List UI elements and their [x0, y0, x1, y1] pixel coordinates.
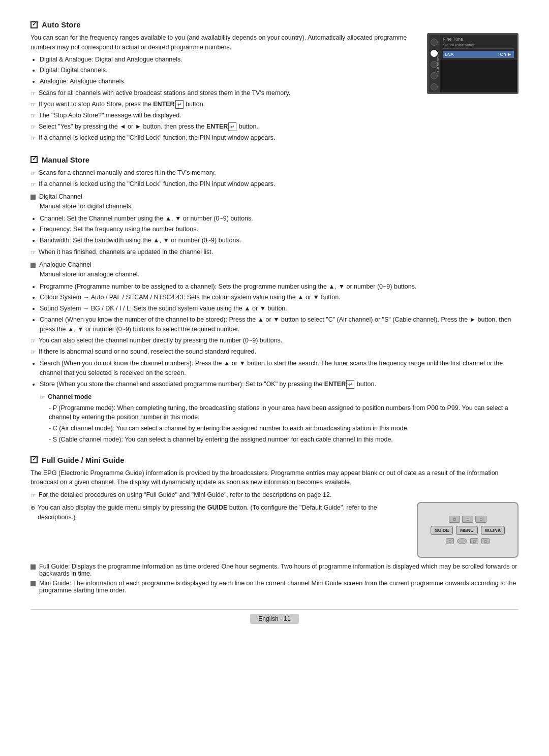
sub-note-text: You can also display the guide menu simp… — [38, 503, 409, 522]
guide-note-text: ⊕ You can also display the guide menu si… — [30, 502, 409, 523]
channel-mode-note: ☞ Channel mode — [40, 392, 518, 402]
note-text-4: If a channel is locked using the "Child … — [39, 133, 275, 143]
list-item: Colour System → Auto / PAL / SECAM / NTS… — [40, 293, 518, 302]
list-item: Store (When you store the channel and as… — [40, 380, 518, 389]
channel-mode-item-2: - S (Cable channel mode): You can select… — [49, 435, 518, 445]
channel-mode-item-1: - C (Air channel mode): You can select a… — [49, 424, 518, 433]
square-bullet-icon-3 — [30, 564, 36, 570]
list-item: Bandwidth: Set the bandwidth using the ▲… — [40, 236, 518, 245]
mini-guide-text: Mini Guide: The information of each prog… — [39, 580, 518, 594]
remote-circle-btn — [457, 538, 467, 544]
tv-lna-value: : On ► — [498, 52, 512, 57]
tv-channel-label: Channel — [436, 55, 440, 72]
full-guide-text: Full Guide: Displays the programme infor… — [39, 563, 518, 577]
footer-label: English - 11 — [250, 614, 298, 624]
digital-channel-title: Digital Channel — [30, 193, 518, 200]
note-icon-0: ☞ — [30, 89, 36, 98]
analogue-channel-bullets: Programme (Programme number to be assign… — [40, 282, 518, 334]
note-text-1: If you want to stop Auto Store, press th… — [39, 100, 205, 109]
auto-store-title: Auto Store — [30, 20, 518, 29]
note-icon-5: ☞ — [30, 169, 36, 178]
list-item: Channel: Set the Channel number using th… — [40, 214, 518, 224]
mini-guide-bullet: Mini Guide: The information of each prog… — [30, 580, 518, 594]
enter-icon: ↵ — [175, 100, 184, 109]
auto-store-note-1: ☞ If you want to stop Auto Store, press … — [30, 100, 417, 109]
channel-mode-label: Channel mode — [48, 392, 92, 402]
auto-store-section: Auto Store You can scan for the frequenc… — [30, 20, 518, 144]
guide-bullets: Full Guide: Displays the programme infor… — [30, 563, 518, 594]
tv-lna-label: LNA — [445, 52, 454, 57]
auto-store-note-3: ☞ Select "Yes" by pressing the ◄ or ► bu… — [30, 122, 417, 132]
tv-screen: Fine Tune Signal Information LNA : On ► … — [427, 33, 518, 94]
remote-small-btn-1: □ — [449, 516, 460, 523]
list-item: Channel (When you know the number of the… — [40, 315, 518, 334]
page-footer: English - 11 — [30, 609, 518, 624]
note-icon-6: ☞ — [30, 180, 36, 189]
tv-sidebar-icon-0 — [431, 39, 438, 46]
channel-mode-items: - P (Programme mode): When completing tu… — [49, 403, 518, 445]
digital-channel-bullets: Channel: Set the Channel number using th… — [40, 214, 518, 245]
checkbox-icon — [30, 21, 38, 28]
note-text-0: Scans for all channels with active broad… — [39, 88, 290, 98]
full-mini-guide-intro: The EPG (Electronic Programme Guide) inf… — [30, 468, 518, 488]
remote-small-btn-5: □ — [470, 538, 478, 544]
guide-note-row: ⊕ You can also display the guide menu si… — [30, 502, 518, 558]
remote-small-btn-6: □ — [481, 538, 490, 544]
sub-note-icon: ⊕ — [30, 503, 35, 512]
remote-bottom-row: □ □ □ — [446, 538, 490, 544]
full-mini-guide-note-0: ☞ For the detailed procedures on using "… — [30, 490, 518, 500]
list-item: Search (When you do not know the channel… — [40, 359, 518, 378]
note-icon-8: ☞ — [30, 336, 36, 345]
auto-store-content: You can scan for the frequency ranges av… — [30, 33, 518, 144]
note-text-11: For the detailed procedures on using "Fu… — [39, 490, 331, 500]
analogue-channel-title: Analogue Channel — [30, 261, 518, 268]
square-bullet-icon-4 — [30, 581, 36, 586]
remote-wlink-btn: W.LINK — [481, 526, 505, 535]
tv-sidebar-icon-3 — [431, 72, 438, 79]
manual-store-title: Manual Store — [30, 155, 518, 164]
manual-store-note-1: ☞ If a channel is locked using the "Chil… — [30, 179, 518, 189]
tv-menu: Fine Tune Signal Information LNA : On ► — [440, 35, 517, 60]
auto-store-bullets: Digital & Analogue: Digital and Analogue… — [40, 55, 417, 86]
note-text-8: You can also select the channel number d… — [39, 336, 282, 345]
digital-channel-section: Digital Channel Manual store for digital… — [30, 193, 518, 257]
full-mini-guide-note-1: ⊕ You can also display the guide menu si… — [30, 503, 409, 522]
square-bullet-icon — [30, 195, 36, 200]
note-icon-4: ☞ — [30, 134, 36, 143]
enter-icon-3: ↵ — [346, 380, 354, 389]
auto-store-note-0: ☞ Scans for all channels with active bro… — [30, 88, 417, 98]
remote-btn-row: GUIDE MENU W.LINK — [431, 526, 505, 535]
manual-store-note-0: ☞ Scans for a channel manually and store… — [30, 168, 518, 178]
auto-store-note-4: ☞ If a channel is locked using the "Chil… — [30, 133, 417, 143]
note-text-9: If there is abnormal sound or no sound, … — [39, 347, 256, 357]
note-text-7: When it has finished, channels are updat… — [39, 247, 213, 257]
remote-small-btn-4: □ — [446, 538, 454, 544]
full-guide-bullet: Full Guide: Displays the programme infor… — [30, 563, 518, 577]
note-icon-11: ☞ — [30, 491, 36, 500]
analogue-inner-note-0: ☞ You can also select the channel number… — [30, 336, 518, 345]
digital-channel-subtitle: Manual store for digital channels. — [40, 202, 518, 211]
note-icon-7: ☞ — [30, 248, 36, 257]
analogue-channel-subtitle: Manual store for analogue channel. — [40, 270, 518, 279]
tv-content: Fine Tune Signal Information LNA : On ► — [440, 35, 517, 60]
channel-mode-block: ☞ Channel mode - P (Programme mode): Whe… — [40, 392, 518, 445]
manual-store-section: Manual Store ☞ Scans for a channel manua… — [30, 155, 518, 445]
remote-top-row: □ □ □ — [449, 516, 486, 523]
auto-store-note-2: ☞ The "Stop Auto Store?" message will be… — [30, 111, 417, 120]
note-icon-1: ☞ — [30, 100, 36, 109]
auto-store-intro: You can scan for the frequency ranges av… — [30, 33, 417, 52]
note-icon-10: ☞ — [40, 393, 45, 402]
note-icon-9: ☞ — [30, 348, 36, 357]
list-item: Analogue: Analogue channels. — [40, 77, 417, 86]
checkbox-icon-3 — [30, 456, 38, 463]
tv-menu-title: Fine Tune — [443, 37, 514, 42]
digital-channel-note: ☞ When it has finished, channels are upd… — [30, 247, 518, 257]
remote-small-btn-2: □ — [462, 516, 473, 523]
remote-small-btn-3: □ — [475, 516, 486, 523]
analogue-inner-note-1: ☞ If there is abnormal sound or no sound… — [30, 347, 518, 357]
tv-menu-subtitle: Signal Information — [443, 43, 514, 49]
auto-store-text: You can scan for the frequency ranges av… — [30, 33, 417, 144]
remote-image: □ □ □ GUIDE MENU W.LINK □ □ □ — [417, 502, 518, 558]
channel-mode-item-0: - P (Programme mode): When completing tu… — [49, 403, 518, 423]
list-item: Programme (Programme number to be assign… — [40, 282, 518, 292]
